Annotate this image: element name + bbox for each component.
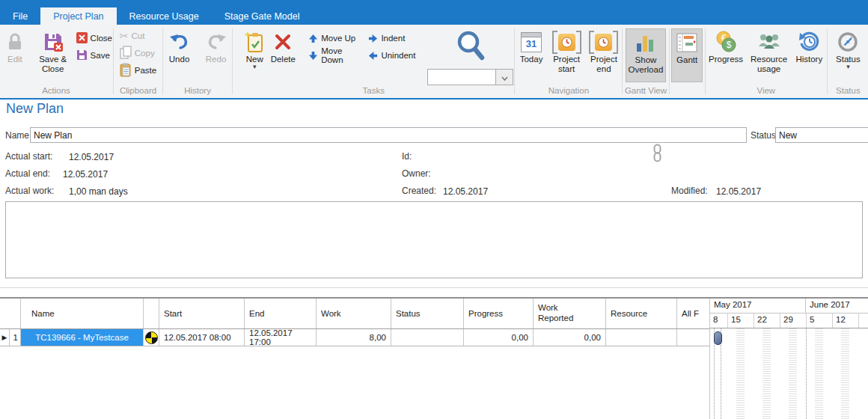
move-up-icon [308,34,318,43]
search-combobox[interactable] [427,69,513,85]
resource-usage-button[interactable]: Resource usage [748,28,789,75]
cell-name[interactable]: TC139666 - MyTestcase [21,329,144,346]
weekend-band [789,328,797,419]
project-start-button[interactable]: Project start [548,28,585,75]
row-selector-icon[interactable]: ▶ [0,329,10,346]
combo-chevron-icon [501,70,508,84]
group-separator [232,28,233,94]
actions-group-label: Actions [0,85,112,98]
cell-resource[interactable] [606,329,677,346]
edit-button[interactable]: Edit [0,28,30,65]
task-flag-icon [145,331,158,344]
cell-progress[interactable]: 0,00 [464,329,534,346]
redo-button[interactable]: Redo [201,28,231,65]
gantt-month-header: May 2017 June 2017 [710,299,868,314]
tab-stage-gate-model[interactable]: Stage Gate Model [212,7,313,25]
save-button[interactable]: Save [76,48,112,63]
id-label: Id: [402,151,412,162]
save-close-icon [43,29,64,55]
cell-work[interactable]: 8,00 [317,329,391,346]
move-up-button[interactable]: Move Up [308,31,358,46]
tab-project-plan[interactable]: Project Plan [40,7,116,25]
cell-work-reported[interactable]: 0,00 [534,329,606,346]
table-row[interactable]: ▶ 1 TC139666 - MyTestcase 12.05.2017 08:… [0,329,709,346]
header-flag[interactable] [144,299,159,328]
header-name[interactable]: Name [21,299,144,328]
row-number: 1 [10,329,21,346]
combo-dropdown-button[interactable] [495,70,513,85]
cut-button[interactable]: ✂ Cut [120,28,156,43]
clipboard-group-label: Clipboard [114,85,162,98]
move-down-button[interactable]: Move Down [308,48,358,63]
history-view-button[interactable]: History [792,28,826,65]
header-status[interactable]: Status [391,299,464,328]
app-window: File Project Plan Resource Usage Stage G… [0,0,868,419]
modified-label: Modified: [671,186,708,196]
tasks-group-label: Tasks [233,85,513,98]
svg-text:$: $ [727,40,732,50]
weekend-band [815,328,823,419]
task-grid-left-panel: Name Start End Work Status Progress Work… [0,299,709,419]
cell-start[interactable]: 12.05.2017 08:00 [159,329,245,346]
move-down-icon [308,51,318,61]
ribbon-group-history: Undo Redo History [164,25,231,98]
grid-empty-area [0,346,709,419]
header-end[interactable]: End [245,299,317,328]
header-work-reported[interactable]: Work Reported [534,299,606,328]
paste-button[interactable]: Paste [120,63,156,78]
weekend-band [841,328,849,419]
save-and-close-button[interactable]: Save & Close [34,28,72,75]
tab-resource-usage[interactable]: Resource Usage [117,7,212,25]
description-box[interactable] [5,201,863,278]
group-separator [622,28,623,94]
gantt-tick [859,314,868,328]
delete-task-button[interactable]: Delete [268,28,298,65]
undo-label: Undo [169,55,190,64]
undo-button[interactable]: Undo [164,28,195,65]
group-separator [162,28,163,94]
header-all-resources[interactable]: All F [677,299,709,328]
show-overload-button[interactable]: Show Overload [626,28,666,82]
redo-label: Redo [206,55,227,64]
gantt-task-bar[interactable] [714,331,722,345]
history-group-label: History [164,85,231,98]
search-input[interactable] [428,70,495,85]
attachment-icon[interactable] [652,144,662,165]
undo-icon [168,29,191,55]
status-button[interactable]: Status ▾ [830,28,866,70]
new-task-button[interactable]: New ▾ [241,28,268,70]
gantt-button[interactable]: Gantt [671,28,703,82]
status-input[interactable] [775,127,868,143]
project-end-label: Project end [588,55,620,74]
cell-all-resources[interactable] [677,329,709,346]
gantt-month-june: June 2017 [806,299,868,313]
search-icon [453,28,488,66]
header-progress[interactable]: Progress [464,299,534,328]
tab-file[interactable]: File [0,7,40,25]
copy-button[interactable]: Copy [120,46,156,61]
project-end-button[interactable]: Project end [587,28,622,75]
gantt-view-group-label: Gantt View [623,85,667,98]
plan-detail-panel: New Plan Name Status Actual start: 12.05… [0,100,868,419]
header-resource[interactable]: Resource [606,299,677,328]
month-boundary-line [806,328,807,419]
status-field-label: Status [751,130,776,141]
chevron-down-icon: ▾ [846,64,850,70]
cell-end[interactable]: 12.05.2017 17:00 [245,329,317,346]
header-work[interactable]: Work [317,299,391,328]
save-and-close-label: Save & Close [36,55,70,74]
gantt-body [710,328,868,419]
progress-button[interactable]: € $ Progress [706,28,746,65]
name-input[interactable] [30,127,747,143]
ribbon-group-actions: Edit Save & Close [0,25,112,98]
cell-status[interactable] [391,329,464,346]
project-start-label: Project start [550,55,584,74]
today-button[interactable]: 31 Today [516,28,546,65]
unindent-button[interactable]: Unindent [368,48,415,63]
actual-work-label: Actual work: [5,186,54,196]
paste-icon [120,63,132,79]
cell-flag[interactable] [144,329,159,346]
indent-button[interactable]: Indent [368,31,415,46]
header-start[interactable]: Start [159,299,245,328]
close-button[interactable]: Close [76,31,112,46]
